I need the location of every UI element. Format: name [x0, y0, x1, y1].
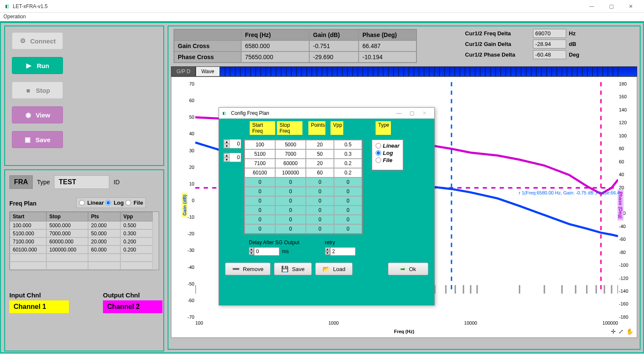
chevron-up-icon[interactable]: ▲: [224, 153, 230, 157]
grid-cell[interactable]: 50: [306, 149, 334, 159]
hand-icon[interactable]: ✋: [626, 328, 633, 335]
grid-cell[interactable]: 5000: [275, 140, 306, 149]
table-row[interactable]: 100.0005000.00020.0000.500: [10, 221, 159, 229]
grid-cell[interactable]: 20: [306, 159, 334, 168]
grid-cell[interactable]: 0: [306, 206, 334, 215]
grid-cell[interactable]: 0: [275, 196, 306, 206]
grid-cell[interactable]: 7000: [275, 149, 306, 159]
chevron-down-icon[interactable]: ▼: [224, 157, 230, 162]
dialog-maximize[interactable]: ▢: [405, 110, 418, 116]
chevron-up-icon[interactable]: ▲: [325, 247, 330, 251]
retry-input[interactable]: [330, 247, 356, 256]
table-row[interactable]: 7100.00060000.00020.0000.200: [10, 237, 159, 246]
grid-cell[interactable]: 0: [275, 224, 306, 234]
grid-row[interactable]: 0000: [245, 177, 362, 187]
grid-cell[interactable]: 0.2: [334, 168, 362, 177]
grid-cell[interactable]: 0: [334, 187, 362, 196]
grid-cell[interactable]: 0: [334, 215, 362, 224]
tab-wave[interactable]: Wave: [196, 66, 219, 77]
grid-cell[interactable]: 0.5: [334, 140, 362, 149]
modal-radio-linear[interactable]: [376, 143, 381, 148]
grid-cell[interactable]: 60100: [245, 168, 275, 177]
maximize-button[interactable]: ▢: [601, 0, 621, 13]
delta-phase-value[interactable]: [533, 50, 566, 59]
stepper2-input[interactable]: [230, 153, 241, 162]
ok-button[interactable]: ➡Ok: [388, 263, 428, 275]
grid-cell[interactable]: 0: [275, 187, 306, 196]
grid-cell[interactable]: 100: [245, 140, 275, 149]
grid-row[interactable]: 0000: [245, 206, 362, 215]
grid-cell[interactable]: 60: [306, 168, 334, 177]
grid-cell[interactable]: 0: [306, 187, 334, 196]
menu-operation[interactable]: Operation: [3, 14, 26, 20]
grid-cell[interactable]: 0: [275, 177, 306, 187]
chevron-up-icon[interactable]: ▲: [249, 247, 254, 251]
delay-input[interactable]: [254, 247, 279, 256]
stepper1-input[interactable]: [230, 140, 241, 148]
crosshair-icon[interactable]: ✛: [611, 328, 616, 335]
minimize-button[interactable]: —: [582, 0, 601, 13]
close-button[interactable]: ✕: [621, 0, 641, 13]
grid-cell[interactable]: 0.3: [334, 149, 362, 159]
chevron-up-icon[interactable]: ▲: [224, 140, 230, 144]
grid-cell[interactable]: 100000: [275, 168, 306, 177]
run-button[interactable]: ▶Run: [12, 57, 63, 74]
grid-cell[interactable]: 0: [245, 224, 275, 234]
grid-row[interactable]: 0000: [245, 196, 362, 206]
grid-cell[interactable]: 0: [306, 177, 334, 187]
grid-row[interactable]: 60100100000600.2: [245, 168, 362, 177]
radio-log[interactable]: [105, 200, 111, 206]
freq-plan-grid[interactable]: 1005000200.551007000500.3710060000200.26…: [244, 139, 363, 234]
grid-cell[interactable]: 0: [245, 206, 275, 215]
dialog-close[interactable]: ✕: [418, 110, 431, 116]
grid-cell[interactable]: 0: [306, 196, 334, 206]
grid-cell[interactable]: 0: [275, 206, 306, 215]
modal-radio-log[interactable]: [376, 150, 381, 156]
radio-file[interactable]: [125, 200, 131, 206]
grid-row[interactable]: 0000: [245, 224, 362, 234]
grid-cell[interactable]: 7100: [245, 159, 275, 168]
connect-button[interactable]: ⚙Connect: [12, 32, 63, 49]
grid-cell[interactable]: 0: [245, 196, 275, 206]
radio-linear[interactable]: [79, 200, 85, 206]
grid-cell[interactable]: 20: [306, 140, 334, 149]
modal-save-button[interactable]: 💾Save: [274, 263, 312, 275]
grid-row[interactable]: 51007000500.3: [245, 149, 362, 159]
row-select-stepper-1[interactable]: ▲▼: [223, 139, 241, 148]
grid-cell[interactable]: 0: [245, 215, 275, 224]
grid-cell[interactable]: 0.2: [334, 159, 362, 168]
chevron-down-icon[interactable]: ▼: [325, 251, 330, 255]
grid-cell[interactable]: 0: [275, 215, 306, 224]
view-button[interactable]: ◉View: [12, 106, 63, 123]
grid-row[interactable]: 0000: [245, 215, 362, 224]
chevron-down-icon[interactable]: ▼: [224, 144, 230, 148]
load-button[interactable]: 📂Load: [315, 263, 353, 275]
grid-cell[interactable]: 0: [245, 187, 275, 196]
row-select-stepper-2[interactable]: ▲▼: [223, 153, 241, 162]
input-chnl-value[interactable]: Channel 1: [9, 300, 69, 313]
remove-button[interactable]: ➖Remove: [225, 263, 271, 275]
zoom-icon[interactable]: ⤢: [618, 328, 624, 335]
tab-gpd[interactable]: G/P D: [171, 66, 196, 77]
delta-freq-value[interactable]: [533, 29, 566, 38]
id-value[interactable]: TEST: [54, 175, 109, 189]
grid-cell[interactable]: 0: [306, 215, 334, 224]
grid-cell[interactable]: 0: [334, 196, 362, 206]
dialog-minimize[interactable]: —: [393, 110, 405, 116]
grid-cell[interactable]: 0: [334, 177, 362, 187]
stop-button[interactable]: ■Stop: [12, 82, 63, 99]
grid-row[interactable]: 1005000200.5: [245, 140, 362, 149]
modal-radio-file[interactable]: [376, 157, 381, 163]
grid-cell[interactable]: 0: [306, 224, 334, 234]
grid-cell[interactable]: 0: [334, 224, 362, 234]
grid-cell[interactable]: 0: [245, 177, 275, 187]
grid-row[interactable]: 710060000200.2: [245, 159, 362, 168]
grid-cell[interactable]: 0: [334, 206, 362, 215]
save-button[interactable]: ▣Save: [12, 131, 63, 148]
grid-cell[interactable]: 5100: [245, 149, 275, 159]
delta-gain-value[interactable]: [533, 40, 566, 49]
table-row[interactable]: 5100.0007000.00050.0000.300: [10, 229, 159, 237]
grid-cell[interactable]: 60000: [275, 159, 306, 168]
table-row[interactable]: 60100.000100000.00060.0000.200: [10, 246, 159, 254]
chevron-down-icon[interactable]: ▼: [249, 251, 254, 255]
